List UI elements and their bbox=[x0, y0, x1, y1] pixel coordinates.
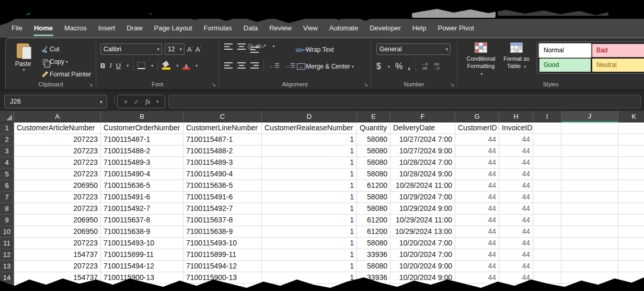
comma-format-button[interactable]: , bbox=[408, 64, 410, 69]
cell-J[interactable] bbox=[561, 284, 618, 291]
cell-J6[interactable] bbox=[561, 180, 618, 192]
menu-tab-draw[interactable]: Draw bbox=[121, 19, 148, 38]
cell-G1[interactable]: CustomerID bbox=[455, 122, 499, 134]
cell-I14[interactable] bbox=[533, 272, 561, 284]
cell-G3[interactable]: 44 bbox=[455, 146, 499, 157]
cell-K[interactable] bbox=[618, 284, 644, 291]
cell-G2[interactable]: 44 bbox=[455, 134, 499, 146]
cell-G6[interactable]: 44 bbox=[455, 180, 499, 192]
cell-I12[interactable] bbox=[533, 249, 561, 261]
cell-D2[interactable]: 1 bbox=[262, 134, 357, 146]
cell-H6[interactable]: 44 bbox=[499, 180, 533, 192]
cell-F10[interactable]: 10/29/2024 13:00 bbox=[390, 226, 455, 238]
cell-C2[interactable]: 7100115487-1 bbox=[183, 134, 262, 146]
title-chevron-down-icon[interactable]: ∨ bbox=[323, 4, 328, 12]
cell-K2[interactable] bbox=[618, 134, 644, 146]
cell-K9[interactable] bbox=[618, 215, 644, 226]
cell-E10[interactable]: 61200 bbox=[357, 226, 390, 238]
cell-A5[interactable]: 207223 bbox=[14, 169, 101, 180]
cell-D12[interactable]: 1 bbox=[262, 249, 357, 261]
cell-I6[interactable] bbox=[533, 180, 561, 192]
cell-F4[interactable]: 10/28/2024 7:00 bbox=[390, 157, 455, 169]
paste-button[interactable]: Paste ▾ bbox=[11, 42, 35, 78]
cell-H1[interactable]: InvoiceID bbox=[499, 122, 533, 134]
cell-B13[interactable]: 7100115494-12 bbox=[101, 261, 183, 272]
cell-C6[interactable]: 7100115636-5 bbox=[183, 180, 262, 192]
cell-F2[interactable]: 10/27/2024 7:00 bbox=[390, 134, 455, 146]
formula-input[interactable] bbox=[168, 95, 641, 108]
cell-E7[interactable]: 58080 bbox=[357, 192, 390, 203]
cell-B10[interactable]: 7100115638-9 bbox=[101, 226, 183, 238]
cell-B9[interactable]: 7100115637-8 bbox=[101, 215, 183, 226]
middle-align-button[interactable] bbox=[237, 43, 246, 50]
cell-A2[interactable]: 207223 bbox=[14, 134, 101, 146]
cell-B3[interactable]: 7100115488-2 bbox=[101, 146, 183, 157]
top-align-button[interactable] bbox=[224, 43, 233, 50]
cell-K12[interactable] bbox=[618, 249, 644, 261]
number-dialog-launcher-icon[interactable]: ↘ bbox=[450, 82, 454, 87]
cell-F[interactable] bbox=[390, 284, 455, 291]
cell-B11[interactable]: 7100115493-10 bbox=[101, 238, 183, 249]
row-header-14[interactable]: 14 bbox=[0, 272, 14, 284]
cell-K13[interactable] bbox=[618, 261, 644, 272]
cell-J10[interactable] bbox=[561, 226, 618, 238]
cell-C[interactable] bbox=[183, 284, 262, 291]
cell-K1[interactable] bbox=[618, 122, 644, 134]
cell-H13[interactable]: 44 bbox=[499, 261, 533, 272]
cell-D7[interactable]: 1 bbox=[262, 192, 357, 203]
cell-E2[interactable]: 58080 bbox=[357, 134, 390, 146]
cell-G12[interactable]: 44 bbox=[455, 249, 499, 261]
cell-B6[interactable]: 7100115636-5 bbox=[101, 180, 183, 192]
cell-J8[interactable] bbox=[561, 203, 618, 215]
cell-I5[interactable] bbox=[533, 169, 561, 180]
menu-tab-formulas[interactable]: Formulas bbox=[198, 19, 238, 38]
cell-C10[interactable]: 7100115638-9 bbox=[183, 226, 262, 238]
conditional-formatting-button[interactable]: Conditional Formatting ▾ bbox=[465, 42, 497, 78]
menu-tab-view[interactable]: View bbox=[297, 19, 324, 38]
cell-G8[interactable]: 44 bbox=[455, 203, 499, 215]
cell-G7[interactable]: 44 bbox=[455, 192, 499, 203]
align-left-button[interactable] bbox=[224, 62, 233, 69]
cell-F11[interactable]: 10/20/2024 7:00 bbox=[390, 238, 455, 249]
cell-B14[interactable]: 7100115900-13 bbox=[101, 272, 183, 284]
shrink-font-button[interactable]: Aˇ bbox=[196, 46, 201, 53]
cell-D[interactable] bbox=[262, 284, 357, 291]
cell-I8[interactable] bbox=[533, 203, 561, 215]
clipboard-dialog-launcher-icon[interactable]: ↘ bbox=[89, 82, 93, 87]
column-header-D[interactable]: D bbox=[262, 111, 357, 122]
column-header-F[interactable]: F bbox=[390, 111, 455, 122]
cell-E11[interactable]: 58080 bbox=[357, 238, 390, 249]
excel-app-icon[interactable] bbox=[20, 4, 30, 15]
cell-D8[interactable]: 1 bbox=[262, 203, 357, 215]
menu-tab-review[interactable]: Review bbox=[263, 19, 297, 38]
cell-H11[interactable]: 44 bbox=[499, 238, 533, 249]
cell-F9[interactable]: 10/29/2024 11:00 bbox=[390, 215, 455, 226]
column-header-C[interactable]: C bbox=[183, 111, 262, 122]
cell-C7[interactable]: 7100115491-6 bbox=[183, 192, 262, 203]
cell-J1[interactable] bbox=[561, 122, 618, 134]
cell-A12[interactable]: 154737 bbox=[14, 249, 101, 261]
edit-pencil-icon[interactable] bbox=[361, 4, 369, 13]
column-header-I[interactable]: I bbox=[533, 111, 561, 122]
menu-tab-power-pivot[interactable]: Power Pivot bbox=[432, 19, 479, 38]
cell-B[interactable] bbox=[101, 284, 183, 291]
cell-B8[interactable]: 7100115492-7 bbox=[101, 203, 183, 215]
number-format-combo[interactable]: General▾ bbox=[376, 43, 451, 55]
row-header-11[interactable]: 11 bbox=[0, 238, 14, 249]
menu-tab-help[interactable]: Help bbox=[407, 19, 432, 38]
row-header-partial[interactable] bbox=[0, 284, 14, 291]
cell-K7[interactable] bbox=[618, 192, 644, 203]
cell-F14[interactable]: 10/20/2024 9:00 bbox=[390, 272, 455, 284]
cell-F1[interactable]: DeliveryDate bbox=[390, 122, 455, 134]
cell-I2[interactable] bbox=[533, 134, 561, 146]
cell-H7[interactable]: 44 bbox=[499, 192, 533, 203]
column-header-G[interactable]: G bbox=[455, 111, 499, 122]
cell-K11[interactable] bbox=[618, 238, 644, 249]
cell-G[interactable] bbox=[455, 284, 499, 291]
cell-E13[interactable]: 58080 bbox=[357, 261, 390, 272]
menu-tab-macros[interactable]: Macros bbox=[59, 19, 93, 38]
cell-E4[interactable]: 58080 bbox=[357, 157, 390, 169]
cell-A4[interactable]: 207223 bbox=[14, 157, 101, 169]
cell-H12[interactable]: 44 bbox=[499, 249, 533, 261]
cell-D4[interactable]: 1 bbox=[262, 157, 357, 169]
